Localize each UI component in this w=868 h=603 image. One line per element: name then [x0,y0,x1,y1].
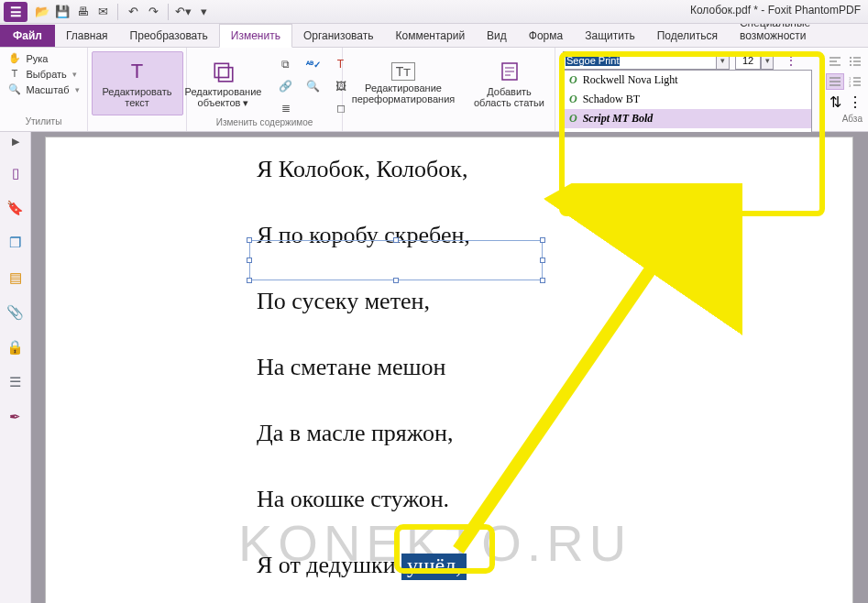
svg-text:3: 3 [849,83,852,87]
opentype-icon: O [569,73,577,87]
tab-file[interactable]: Файл [0,25,55,47]
tab-изменить[interactable]: Изменить [219,24,292,48]
sidebar-comments-icon[interactable]: ▤ [6,269,25,287]
group-label-edit-content: Изменить содержимое [164,117,366,129]
edit-text-button[interactable]: T Редактироватьтекст [92,51,183,115]
svg-point-11 [850,60,852,62]
group-edit-objects: Редактированиеобъектов ▾ ⧉ 🔗 ≣ ᴬᴮ✓ 🔍 T 🖼… [187,48,343,131]
font-option[interactable]: OScript MT Bold [564,109,811,128]
align-left-icon[interactable] [826,53,844,70]
article-icon [497,59,522,84]
svg-rect-0 [214,63,228,77]
sidebar-security-icon[interactable]: 🔒 [6,338,25,356]
group-reflow: Tᴛ Редактированиепереформатирования [343,48,464,131]
email-icon[interactable]: ✉ [95,5,110,19]
separator [117,4,118,20]
group-label-utilities: Утилиты [26,116,62,129]
edit-objects-small-buttons-2: ᴬᴮ✓ 🔍 [302,51,324,117]
app-menu-button[interactable]: ☰ [4,2,27,22]
font-size-dropdown-icon[interactable]: ▾ [761,51,774,70]
find-replace-icon[interactable]: 🔍 [302,77,324,95]
tab-защитить[interactable]: Защитить [574,25,645,47]
print-icon[interactable]: 🖶 [75,5,90,19]
text-column[interactable]: Я Колобок, Колобок,Я по коробу скребен,П… [257,156,770,603]
svg-point-13 [850,64,852,66]
edit-objects-small-buttons: ⧉ 🔗 ≣ [275,51,297,117]
qat-more-icon[interactable]: ▾ [196,5,211,19]
tool-select[interactable]: ᎢВыбрать▾ [5,67,81,81]
text-line[interactable]: На сметане мешон [257,354,770,381]
line-spacing-icon[interactable]: ⇅ [826,93,844,110]
font-name-input[interactable]: Segoe Print [563,51,717,70]
reflow-icon: Tᴛ [391,62,415,81]
undo-icon[interactable]: ↶ [126,5,140,19]
edit-objects-icon [211,59,236,84]
title-bar: ☰ 📂 💾 🖶 ✉ ↶ ↷ ↶▾ ▾ Колобок.pdf * - Foxit… [0,0,868,24]
font-option[interactable]: OSchadow BT [564,90,811,109]
pdf-page[interactable]: KONEKTO.RU Я Колобок, Колобок,Я по короб… [46,137,852,603]
tab-организовать[interactable]: Организовать [292,25,385,47]
sidebar-fields-icon[interactable]: ☰ [6,373,25,391]
text-line[interactable]: На окошке стужон. [257,486,770,513]
edited-word[interactable]: ушёл, [401,554,467,580]
window-title: Колобок.pdf * - Foxit PhantomPDF [690,4,861,16]
quick-access-toolbar: 📂 💾 🖶 ✉ ↶ ↷ ↶▾ ▾ [35,4,211,20]
paragraph-more-icon[interactable]: ⋮ [846,93,864,110]
sidebar-bookmarks-icon[interactable]: 🔖 [6,199,25,217]
open-icon[interactable]: 📂 [35,5,49,19]
font-size-input[interactable] [735,51,761,70]
number-list-icon[interactable]: 123 [846,73,864,90]
group-utilities: ✋Рука ᎢВыбрать▾ 🔍Масштаб▾ Утилиты [0,48,88,131]
sidebar-pages-icon[interactable]: ▯ [6,164,25,182]
tab-комментарий[interactable]: Комментарий [385,25,477,47]
group-label-paragraph: Абза [826,114,864,124]
text-line[interactable]: Я по коробу скребен, [257,222,770,249]
spellcheck-icon[interactable]: ᴬᴮ✓ [302,55,324,73]
sidebar-signatures-icon[interactable]: ✒ [6,408,25,426]
separator [168,4,169,20]
link-text-icon[interactable]: 🔗 [275,77,297,95]
bullet-list-icon[interactable] [846,53,864,70]
tab-поделиться[interactable]: Поделиться [646,25,729,47]
merge-text-icon[interactable]: ≣ [275,99,297,117]
ribbon-tabs: Файл ГлавнаяПреобразоватьИзменитьОрганиз… [0,24,868,48]
sidebar-attachments-icon[interactable]: 📎 [6,303,25,322]
nav-sidebar: ▶ ▯ 🔖 ❐ ▤ 📎 🔒 ☰ ✒ [0,132,31,603]
tool-hand[interactable]: ✋Рука [5,51,81,65]
opentype-icon: O [569,112,577,126]
text-line[interactable]: Я Колобок, Колобок, [257,156,770,183]
font-option[interactable]: ORockwell Nova Light [564,71,811,90]
tab-вид[interactable]: Вид [476,25,518,47]
edit-text-icon: T [125,59,150,84]
reflow-edit-button[interactable]: Tᴛ Редактированиепереформатирования [346,51,460,115]
opentype-icon: O [569,93,577,106]
add-article-button[interactable]: Добавитьобласть статьи [467,51,552,115]
join-text-icon[interactable]: ⧉ [275,55,297,73]
svg-point-9 [850,57,852,59]
save-icon[interactable]: 💾 [55,5,70,19]
group-add-article: Добавитьобласть статьи [464,48,555,131]
font-name-dropdown-icon[interactable]: ▾ [717,51,730,70]
sidebar-layers-icon[interactable]: ❐ [6,234,25,252]
undo-dropdown-icon[interactable]: ↶▾ [176,5,191,19]
redo-icon[interactable]: ↷ [146,5,160,19]
edit-objects-button[interactable]: Редактированиеобъектов ▾ [178,51,269,115]
svg-rect-1 [218,68,232,82]
tab-форма[interactable]: Форма [518,25,574,47]
tool-zoom[interactable]: 🔍Масштаб▾ [5,82,81,96]
sidebar-expand-icon[interactable]: ▶ [12,136,19,148]
tab-главная[interactable]: Главная [55,25,119,47]
document-area: KONEKTO.RU Я Колобок, Колобок,Я по короб… [31,132,868,603]
text-line[interactable]: По сусеку метен, [257,288,770,315]
tab-преобразовать[interactable]: Преобразовать [119,25,219,47]
paragraph-align-group: 123 ⇅ ⋮ Абза [826,53,864,124]
text-line[interactable]: Да в масле пряжон, [257,420,770,447]
align-justify-icon[interactable] [826,73,844,90]
text-line[interactable]: Я от дедушки ушёл, [257,552,770,580]
font-grow-icon[interactable]: ⋮ [783,53,799,68]
ribbon: ✋Рука ᎢВыбрать▾ 🔍Масштаб▾ Утилиты T Реда… [0,48,868,132]
